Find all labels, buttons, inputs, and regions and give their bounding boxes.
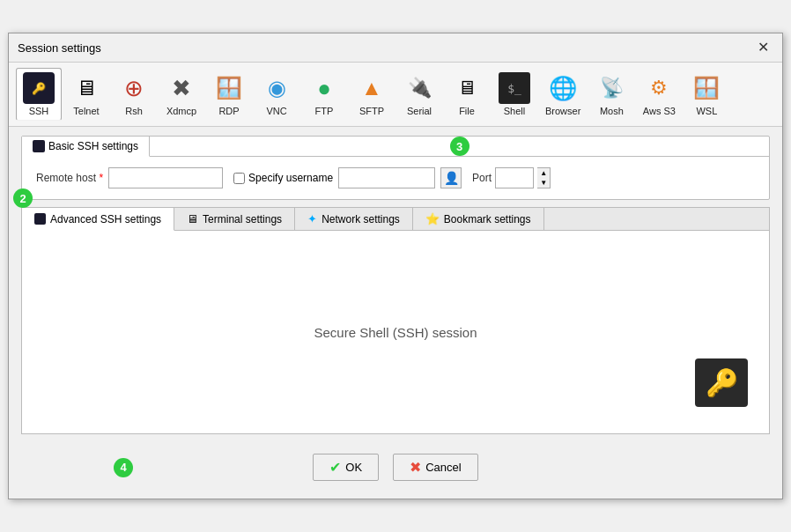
port-group: Port 22 ▲ ▼ — [472, 167, 551, 188]
key-icon: 🔑 — [706, 367, 738, 398]
protocol-mosh[interactable]: 📡 Mosh — [588, 68, 634, 121]
file-icon: 🖥 — [451, 72, 483, 104]
awss3-icon: ⚙ — [643, 72, 675, 104]
main-content: Basic SSH settings 3 2 Remote host * — [9, 127, 782, 499]
protocol-vnc-label: VNC — [266, 106, 286, 116]
ok-icon: ✔ — [329, 459, 341, 476]
basic-ssh-tab-icon — [33, 140, 45, 152]
protocol-browser[interactable]: 🌐 Browser — [539, 68, 587, 121]
username-group: Specify username 👤 — [233, 167, 462, 188]
protocol-awss3-label: Aws S3 — [643, 106, 676, 116]
bookmark-tab-label: Bookmark settings — [444, 213, 531, 225]
protocol-sftp-label: SFTP — [359, 106, 384, 116]
session-description: Secure Shell (SSH) session — [314, 325, 477, 340]
shell-icon: $_ — [499, 72, 530, 104]
bookmark-tab-icon: ⭐ — [425, 212, 440, 225]
terminal-tab-icon: 🖥 — [187, 212, 198, 225]
protocol-xdmcp[interactable]: ✖ Xdmcp — [159, 68, 204, 121]
basic-ssh-tab-label: Basic SSH settings — [48, 140, 138, 152]
required-marker: * — [99, 172, 103, 184]
remote-host-group: Remote host * — [36, 167, 223, 188]
telnet-icon: 🖥 — [70, 72, 102, 104]
rdp-icon: 🪟 — [213, 72, 245, 104]
protocol-rsh[interactable]: ⊕ Rsh — [111, 68, 157, 121]
cancel-button[interactable]: ✖ Cancel — [393, 454, 477, 481]
network-tab-label: Network settings — [322, 213, 400, 225]
protocol-ftp[interactable]: ● FTP — [301, 68, 347, 121]
tab-bookmark[interactable]: ⭐ Bookmark settings — [413, 208, 544, 230]
cancel-icon: ✖ — [410, 459, 421, 476]
protocol-telnet[interactable]: 🖥 Telnet — [63, 68, 109, 121]
protocol-ssh-label: SSH — [29, 106, 49, 116]
protocol-ftp-label: FTP — [315, 106, 334, 116]
user-browse-button[interactable]: 👤 — [440, 167, 462, 188]
window-title: Session settings — [18, 41, 101, 55]
remote-host-label: Remote host * — [36, 172, 103, 184]
remote-host-input[interactable] — [108, 167, 223, 188]
network-tab-icon: ✦ — [307, 212, 317, 225]
basic-ssh-body: 2 Remote host * Specify username 👤 — [22, 157, 769, 199]
port-increment[interactable]: ▲ — [537, 168, 550, 178]
protocol-wsl-label: WSL — [696, 106, 717, 116]
tab-content-area: Secure Shell (SSH) session 🔑 — [22, 231, 769, 433]
terminal-tab-label: Terminal settings — [203, 213, 282, 225]
protocol-rdp-label: RDP — [218, 106, 239, 116]
basic-ssh-panel: Basic SSH settings 3 2 Remote host * — [21, 136, 770, 200]
title-bar: Session settings ✕ — [9, 33, 782, 63]
protocol-xdmcp-label: Xdmcp — [166, 106, 196, 116]
protocol-shell[interactable]: $_ Shell — [492, 68, 537, 121]
advanced-ssh-tab-label: Advanced SSH settings — [50, 213, 161, 225]
xdmcp-icon: ✖ — [166, 72, 197, 104]
cancel-label: Cancel — [425, 461, 461, 474]
basic-tab-row: Basic SSH settings 3 — [22, 137, 769, 157]
protocol-wsl[interactable]: 🪟 WSL — [684, 68, 729, 121]
protocol-rsh-label: Rsh — [125, 106, 143, 116]
footer: 4 ✔ OK ✖ Cancel — [21, 441, 770, 490]
ftp-icon: ● — [308, 72, 340, 104]
annotation-badge-2: 2 — [13, 188, 33, 208]
serial-icon: 🔌 — [403, 72, 435, 104]
sftp-icon: ▲ — [356, 72, 388, 104]
advanced-ssh-tab-icon — [34, 213, 46, 225]
protocol-browser-label: Browser — [545, 106, 580, 116]
vnc-icon: ◉ — [261, 72, 292, 104]
browser-icon: 🌐 — [547, 72, 579, 104]
port-input[interactable]: 22 — [495, 167, 534, 188]
port-spinner: ▲ ▼ — [537, 167, 551, 188]
protocol-vnc[interactable]: ◉ VNC — [254, 68, 299, 121]
protocol-file-label: File — [459, 106, 475, 116]
protocol-mosh-label: Mosh — [600, 106, 624, 116]
tab-terminal[interactable]: 🖥 Terminal settings — [174, 208, 295, 230]
protocol-sftp[interactable]: ▲ SFTP — [349, 68, 395, 121]
ssh-icon: 🔑 — [23, 72, 55, 104]
bottom-tabs-panel: Advanced SSH settings 🖥 Terminal setting… — [21, 207, 770, 434]
wsl-icon: 🪟 — [691, 72, 722, 104]
port-decrement[interactable]: ▼ — [537, 178, 550, 188]
specify-username-checkbox-label[interactable]: Specify username — [233, 172, 333, 184]
port-label: Port — [472, 172, 492, 184]
session-settings-window: Session settings ✕ 🔑 SSH 🖥 Telnet ⊕ Rsh … — [8, 33, 783, 499]
tab-advanced-ssh[interactable]: Advanced SSH settings — [22, 208, 174, 231]
protocol-file[interactable]: 🖥 File — [444, 68, 490, 121]
close-button[interactable]: ✕ — [753, 39, 773, 56]
protocol-serial-label: Serial — [407, 106, 432, 116]
protocol-rdp[interactable]: 🪟 RDP — [206, 68, 252, 121]
annotation-badge-3: 3 — [450, 137, 469, 156]
bottom-tabs-row: Advanced SSH settings 🖥 Terminal setting… — [22, 208, 769, 231]
ok-button[interactable]: ✔ OK — [313, 454, 379, 481]
protocol-telnet-label: Telnet — [73, 106, 99, 116]
specify-username-checkbox[interactable] — [233, 173, 245, 184]
specify-username-label: Specify username — [248, 172, 333, 184]
mosh-icon: 📡 — [595, 72, 627, 104]
protocol-toolbar: 🔑 SSH 🖥 Telnet ⊕ Rsh ✖ Xdmcp 🪟 RDP ◉ VNC — [9, 63, 782, 127]
tab-network[interactable]: ✦ Network settings — [295, 208, 413, 230]
protocol-awss3[interactable]: ⚙ Aws S3 — [636, 68, 682, 121]
annotation-badge-4: 4 — [114, 458, 133, 477]
basic-ssh-tab[interactable]: Basic SSH settings — [22, 137, 150, 157]
protocol-ssh[interactable]: 🔑 SSH — [16, 68, 62, 121]
key-icon-box: 🔑 — [695, 358, 748, 407]
protocol-shell-label: Shell — [504, 106, 525, 116]
protocol-serial[interactable]: 🔌 Serial — [396, 68, 442, 121]
rsh-icon: ⊕ — [118, 72, 150, 104]
username-input[interactable] — [338, 167, 435, 188]
